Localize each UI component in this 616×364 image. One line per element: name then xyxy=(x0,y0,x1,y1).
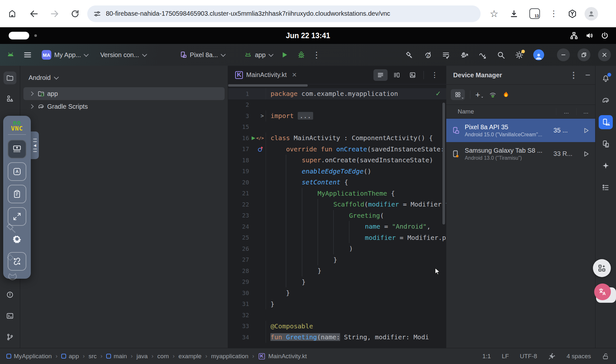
code-line[interactable]: 31} xyxy=(228,299,446,310)
breadcrumb-item[interactable]: KMainActivity.kt xyxy=(258,352,307,360)
code-line[interactable]: 25 modifier = Modifier.padding(innerPadd… xyxy=(228,232,446,243)
apply-changes-button[interactable] xyxy=(442,51,450,59)
editor-vertical-scrollbar[interactable] xyxy=(442,103,445,224)
bookmark-button[interactable]: ☆ xyxy=(486,6,502,21)
power-icon[interactable] xyxy=(601,31,609,40)
close-button[interactable] xyxy=(598,48,611,61)
run-config-selector[interactable]: app xyxy=(244,51,272,59)
run-line-icon[interactable]: ▶ xyxy=(252,135,255,141)
code-line[interactable]: 30 } xyxy=(228,287,446,299)
code-tag-icon[interactable]: </> xyxy=(256,136,264,140)
code-line[interactable]: 2 xyxy=(228,99,446,111)
editor-tab-mainactivity[interactable]: K MainActivity.kt ✕ xyxy=(228,66,303,84)
breadcrumb-item[interactable]: MyApplication xyxy=(6,353,52,360)
add-device-button[interactable]: + xyxy=(475,91,483,98)
project-view-selector[interactable]: Android xyxy=(20,66,228,87)
running-devices-button[interactable] xyxy=(599,137,613,151)
reload-button[interactable] xyxy=(67,6,83,21)
novnc-clipboard-button[interactable] xyxy=(8,185,26,203)
device-selector[interactable]: Pixel 8a... xyxy=(179,51,225,59)
hide-panel-icon[interactable] xyxy=(585,72,591,78)
tab-switcher-button[interactable]: 13 xyxy=(527,6,542,21)
editor-horizontal-scrollbar[interactable] xyxy=(228,84,308,87)
code-line[interactable]: 18 super.onCreate(savedInstanceState) xyxy=(228,155,446,166)
vcs-widget[interactable]: Version con... xyxy=(100,51,145,59)
debug-button[interactable] xyxy=(297,51,305,59)
extension-launcher-fab[interactable] xyxy=(593,259,611,277)
fold-expand-icon[interactable]: > xyxy=(261,113,264,119)
code-line[interactable]: 1package com.example.myapplication✓ xyxy=(228,88,446,99)
restore-button[interactable] xyxy=(578,48,590,61)
device-row-pixel[interactable]: Pixel 8a API 35 Android 15.0 ("VanillaIc… xyxy=(446,119,595,142)
override-icon[interactable] xyxy=(257,146,264,152)
browser-profile-avatar[interactable] xyxy=(585,7,598,21)
terminal-tool-button[interactable] xyxy=(4,309,16,322)
code-line[interactable]: 17 override fun onCreate(savedInstanceSt… xyxy=(228,144,446,155)
profiler-button[interactable] xyxy=(478,51,487,59)
code-line[interactable]: 22 Scaffold(modifier = Modifier.fillMaxS… xyxy=(228,199,446,210)
device-row-samsung[interactable]: Samsung Galaxy Tab S8 ... Android 13.0 (… xyxy=(446,142,595,165)
unlocked-icon[interactable] xyxy=(602,352,610,360)
attach-debugger-button[interactable] xyxy=(460,51,469,59)
network-icon[interactable] xyxy=(570,31,578,40)
run-more-button[interactable]: ⋮ xyxy=(312,50,321,60)
code-line[interactable]: 34fun Greeting(name: String, modifier: M… xyxy=(228,332,446,343)
code-line[interactable]: 32 xyxy=(228,309,446,321)
git-tool-button[interactable] xyxy=(4,331,16,343)
code-line[interactable]: 26 ) xyxy=(228,243,446,254)
code-line[interactable]: 16▶</>class MainActivity : ComponentActi… xyxy=(228,132,446,144)
build-button[interactable] xyxy=(405,51,414,59)
code-line[interactable]: 21 MyApplicationTheme { xyxy=(228,188,446,199)
project-row-app[interactable]: app xyxy=(23,87,225,100)
code-view-button[interactable] xyxy=(373,69,388,81)
novnc-keyboard-button[interactable]: A xyxy=(8,162,26,181)
design-view-button[interactable] xyxy=(406,69,420,81)
launch-device-button[interactable] xyxy=(577,127,595,134)
address-bar[interactable]: 80-firebase-nahida-1750598465903.cluster… xyxy=(87,5,481,22)
column-actions[interactable]: ... xyxy=(576,108,595,115)
code-area[interactable]: 1package com.example.myapplication✓23>im… xyxy=(228,88,446,348)
code-line[interactable]: 24 name = "Android", xyxy=(228,221,446,232)
caret-position[interactable]: 1:1 xyxy=(483,353,491,360)
firebase-button[interactable] xyxy=(502,91,510,98)
code-line[interactable]: 23 Greeting( xyxy=(228,210,446,221)
breadcrumb-item[interactable]: example xyxy=(178,353,201,360)
column-name[interactable]: Name xyxy=(446,108,556,115)
novnc-panel-handle[interactable]: ◀ xyxy=(31,131,39,159)
pair-wifi-button[interactable] xyxy=(489,90,497,99)
resource-manager-button[interactable] xyxy=(4,92,16,105)
line-separator[interactable]: LF xyxy=(502,353,509,360)
editor-options-button[interactable]: ⋮ xyxy=(428,69,442,81)
code-line[interactable]: 28 } xyxy=(228,265,446,276)
settings-button[interactable] xyxy=(515,51,524,59)
code-line[interactable]: 33@Composable xyxy=(228,321,446,332)
search-everywhere-button[interactable] xyxy=(497,51,505,59)
code-line[interactable]: 29 } xyxy=(228,276,446,288)
problems-tool-button[interactable] xyxy=(4,288,16,301)
extension-button[interactable] xyxy=(565,6,580,21)
volume-icon[interactable] xyxy=(585,31,594,40)
file-encoding[interactable]: UTF-8 xyxy=(520,353,537,360)
minimize-button[interactable] xyxy=(557,48,570,61)
browser-menu-button[interactable]: ⋮ xyxy=(546,6,561,21)
breadcrumb-item[interactable]: app xyxy=(61,353,79,360)
project-widget[interactable]: MA My App... xyxy=(42,50,87,60)
expand-arrow-icon[interactable] xyxy=(29,91,34,96)
code-line[interactable]: 15 xyxy=(228,122,446,133)
gradle-tool-button[interactable] xyxy=(599,93,613,107)
breadcrumb-item[interactable]: com xyxy=(157,353,169,360)
indent-setting[interactable]: 4 spaces xyxy=(567,353,591,360)
structure-tool-button[interactable] xyxy=(599,181,613,195)
highlight-level-icon[interactable] xyxy=(548,352,556,360)
translate-fab[interactable]: A xyxy=(594,284,611,300)
launch-device-button[interactable] xyxy=(577,150,595,157)
forward-button[interactable] xyxy=(47,6,62,21)
novnc-extra-keys-button[interactable] xyxy=(8,140,26,158)
project-row-gradle-scripts[interactable]: Gradle Scripts xyxy=(23,100,225,113)
sync-project-button[interactable]: A xyxy=(424,51,432,59)
device-manager-tool-button[interactable] xyxy=(599,115,613,129)
code-line[interactable]: 20 setContent { xyxy=(228,177,446,188)
code-line[interactable]: 27 } xyxy=(228,254,446,266)
breadcrumb-item[interactable]: java xyxy=(137,353,148,360)
notifications-button[interactable] xyxy=(599,72,613,86)
